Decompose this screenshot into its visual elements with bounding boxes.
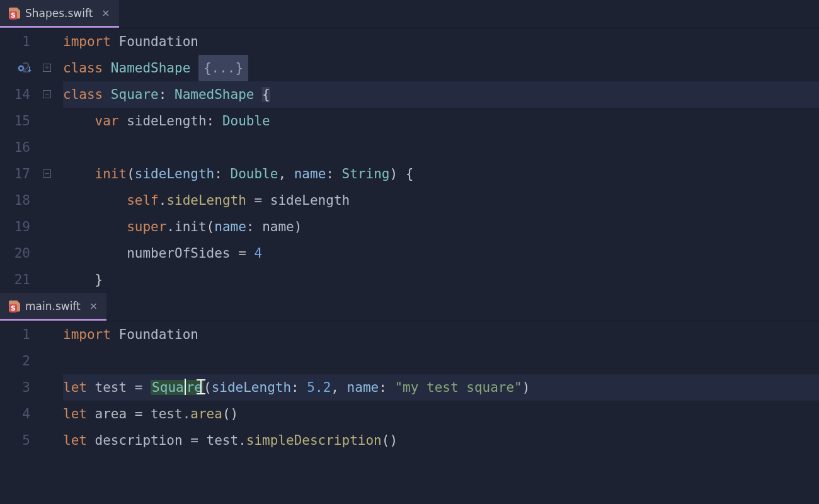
code-token bbox=[63, 353, 71, 369]
code-token: : bbox=[159, 87, 175, 102]
code-token: var bbox=[95, 113, 127, 129]
code-token: () bbox=[222, 406, 238, 421]
code-token: name bbox=[347, 380, 379, 395]
code-token: Square bbox=[151, 380, 203, 395]
code-token: : bbox=[207, 113, 222, 129]
editor-pane: main.swift×12345import Foundation let te… bbox=[0, 293, 819, 454]
line-number: 4 bbox=[0, 401, 30, 427]
tab-bar: main.swift× bbox=[0, 293, 819, 321]
code-token: ) bbox=[522, 380, 530, 395]
code-area[interactable]: import Foundationclass NamedShape {...}c… bbox=[63, 28, 819, 293]
code-token: class bbox=[63, 60, 111, 76]
code-area[interactable]: import Foundation let test = Square(side… bbox=[63, 321, 819, 454]
code-token: Square bbox=[111, 87, 159, 102]
file-tab[interactable]: Shapes.swift× bbox=[0, 0, 119, 28]
code-token bbox=[63, 166, 95, 181]
line-number: 21 bbox=[0, 266, 30, 293]
code-line[interactable] bbox=[63, 348, 819, 374]
line-number: 16 bbox=[0, 134, 30, 161]
code-token bbox=[63, 140, 71, 155]
line-number: 19 bbox=[0, 214, 30, 240]
code-token: ( bbox=[127, 166, 135, 181]
line-number: 20 bbox=[0, 240, 30, 266]
line-number: 2 bbox=[0, 348, 30, 374]
code-line[interactable]: let description = test.simpleDescription… bbox=[63, 427, 819, 454]
fold-collapse-icon[interactable]: − bbox=[43, 90, 51, 98]
override-gutter-icon[interactable]: ⭘↓ bbox=[16, 62, 33, 74]
code-token: : name) bbox=[246, 219, 302, 234]
code-token: : bbox=[214, 166, 230, 181]
code-line[interactable]: let area = test.area() bbox=[63, 401, 819, 427]
line-number: 17 bbox=[0, 161, 30, 187]
code-line[interactable]: class NamedShape {...} bbox=[63, 55, 819, 81]
code-token: , bbox=[278, 166, 294, 181]
code-token: test = bbox=[95, 380, 151, 395]
code-token: name bbox=[214, 219, 246, 234]
code-token: Double bbox=[222, 113, 270, 129]
line-number: 3 bbox=[0, 374, 30, 401]
code-token: area = test. bbox=[95, 406, 191, 421]
swift-file-icon bbox=[9, 301, 20, 312]
code-token: : bbox=[326, 166, 341, 181]
file-tab[interactable]: main.swift× bbox=[0, 293, 106, 321]
line-number: 18 bbox=[0, 187, 30, 214]
code-token: : bbox=[291, 380, 307, 395]
code-line[interactable]: init(sideLength: Double, name: String) { bbox=[63, 161, 819, 187]
code-editor[interactable]: 121415161718192021⭘↓+−−import Foundation… bbox=[0, 28, 819, 293]
code-line[interactable] bbox=[63, 134, 819, 161]
code-line[interactable]: numberOfSides = 4 bbox=[63, 240, 819, 266]
code-token: 4 bbox=[254, 246, 262, 261]
code-token: sideLength bbox=[127, 113, 206, 129]
code-token: ( bbox=[207, 219, 215, 234]
code-line[interactable]: let test = Square(sideLength: 5.2, name:… bbox=[63, 374, 819, 401]
code-token: numberOfSides = bbox=[63, 246, 254, 261]
code-line[interactable]: } bbox=[63, 266, 819, 293]
code-token: 5.2 bbox=[307, 380, 331, 395]
code-token: description = test. bbox=[95, 433, 246, 448]
code-token: class bbox=[63, 87, 111, 102]
line-number: 1 bbox=[0, 321, 30, 348]
code-token: = sideLength bbox=[246, 193, 350, 208]
code-token: self bbox=[127, 193, 159, 208]
editor-pane: Shapes.swift×121415161718192021⭘↓+−−impo… bbox=[0, 0, 819, 293]
code-token: sideLength bbox=[212, 380, 291, 395]
line-number-gutter: 12345 bbox=[0, 321, 37, 454]
code-token: , bbox=[331, 380, 346, 395]
tab-bar: Shapes.swift× bbox=[0, 0, 819, 28]
code-token: Foundation bbox=[119, 34, 198, 49]
code-token: . bbox=[166, 219, 175, 234]
line-number: 15 bbox=[0, 108, 30, 134]
code-token: "my test square" bbox=[394, 380, 522, 395]
code-line[interactable]: import Foundation bbox=[63, 28, 819, 55]
code-line[interactable]: super.init(name: name) bbox=[63, 214, 819, 240]
code-token: () bbox=[382, 433, 398, 448]
fold-collapse-icon[interactable]: − bbox=[43, 169, 51, 178]
code-editor[interactable]: 12345import Foundation let test = Square… bbox=[0, 321, 819, 454]
code-line[interactable]: import Foundation bbox=[63, 321, 819, 348]
code-token: } bbox=[63, 272, 103, 287]
close-icon[interactable]: × bbox=[101, 7, 110, 19]
code-token: {...} bbox=[198, 55, 248, 81]
file-tab-label: main.swift bbox=[25, 300, 81, 312]
code-token: ) { bbox=[389, 166, 413, 181]
code-token bbox=[63, 113, 95, 129]
swift-file-icon bbox=[9, 8, 20, 19]
code-token: let bbox=[63, 433, 95, 448]
close-icon[interactable]: × bbox=[89, 300, 98, 312]
code-line[interactable]: var sideLength: Double bbox=[63, 108, 819, 134]
line-number: 1 bbox=[0, 28, 30, 55]
code-token bbox=[63, 193, 127, 208]
fold-gutter: ⭘↓+−− bbox=[37, 28, 63, 293]
line-number: 14 bbox=[0, 81, 30, 108]
code-token: Foundation bbox=[119, 327, 198, 342]
fold-gutter bbox=[37, 321, 63, 454]
code-token: simpleDescription bbox=[246, 433, 382, 448]
file-tab-label: Shapes.swift bbox=[25, 7, 93, 20]
fold-expand-icon[interactable]: + bbox=[43, 64, 51, 72]
code-line[interactable]: self.sideLength = sideLength bbox=[63, 187, 819, 214]
code-token bbox=[63, 219, 127, 234]
code-token: area bbox=[190, 406, 222, 421]
code-token: Double bbox=[231, 166, 278, 181]
code-token: name bbox=[294, 166, 326, 181]
code-line[interactable]: class Square: NamedShape { bbox=[63, 81, 819, 108]
